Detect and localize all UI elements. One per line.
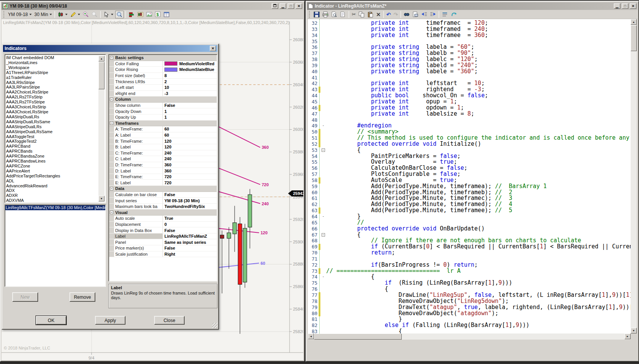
property-row[interactable]: − Show column False [109, 103, 217, 109]
property-value[interactable]: 2 [163, 79, 217, 84]
save-button[interactable] [313, 11, 320, 18]
fold-marker[interactable] [320, 195, 326, 201]
code-line[interactable]: 38 private string labelc = "120"; [308, 56, 631, 63]
scroll-up-button[interactable]: ▲ [98, 56, 105, 61]
uncomment-lines-button[interactable] [450, 11, 457, 18]
indicator-list-item[interactable]: AAPRCBandsaZone [6, 154, 99, 159]
fold-marker[interactable] [320, 75, 326, 81]
code-line[interactable]: 37 private string labelb = "90"; [308, 50, 631, 56]
fold-marker[interactable] [320, 159, 326, 165]
code-line[interactable]: 65 // [308, 220, 631, 226]
scroll-right-button[interactable]: ► [625, 333, 631, 339]
fold-marker[interactable] [320, 26, 326, 32]
fold-marker[interactable] [320, 44, 326, 50]
indicator-list-item[interactable]: _HorizontalLines [6, 60, 99, 65]
property-value[interactable]: True [163, 216, 217, 221]
property-value[interactable]: 60 [163, 127, 217, 131]
fold-marker[interactable]: − [320, 147, 326, 153]
property-value[interactable]: False [163, 228, 217, 233]
property-row[interactable]: − Price marker(s) False [109, 245, 217, 251]
fold-marker[interactable] [320, 322, 326, 329]
chart-style-button[interactable] [57, 11, 68, 18]
property-value[interactable]: 8 [163, 73, 217, 78]
zoom-out-button[interactable] [91, 11, 98, 18]
page-setup-button[interactable] [339, 11, 347, 18]
fold-marker[interactable]: - [320, 123, 326, 129]
minimize-button[interactable]: ▁ [614, 3, 620, 9]
fold-marker[interactable] [320, 81, 326, 87]
fold-marker[interactable] [320, 280, 326, 286]
code-line[interactable]: 67 − { [308, 232, 631, 238]
code-line[interactable]: 48 [308, 117, 631, 123]
fold-marker[interactable] [320, 135, 326, 141]
code-line[interactable]: 79 DrawText("atagup", true, labela, righ… [308, 304, 631, 311]
property-row[interactable]: − E: TimeFrame: 720 [109, 174, 217, 180]
configured-indicator-selected[interactable]: LinReg9AllcTFsManZ(YM 09-18 (30 Min),Col… [5, 205, 105, 210]
code-line[interactable]: 35 [308, 39, 631, 45]
fold-marker[interactable] [320, 311, 326, 317]
instrument-selector[interactable]: YM 09-18 [7, 11, 32, 18]
code-line[interactable]: 62 Add(PeriodType.Minute, timeframed); /… [308, 201, 631, 208]
property-row[interactable]: − Panel Same as input series [109, 239, 217, 245]
indicator-list-item[interactable]: AAPRCZone [6, 164, 99, 169]
property-row[interactable]: − Calculate on bar close False [109, 192, 217, 198]
editor-vertical-scrollbar[interactable]: ▲ ▼ [631, 19, 637, 333]
code-line[interactable]: 78 RemoveDrawObject("LinReg5down"); [308, 298, 631, 304]
property-row[interactable]: − D: TimeFrame: 360 [109, 162, 217, 168]
collapse-icon[interactable]: − [110, 121, 113, 125]
fold-marker[interactable] [320, 262, 326, 268]
indicator-list-item[interactable]: AAAToggleTest [6, 134, 99, 139]
fold-marker[interactable] [320, 298, 326, 304]
indicator-list-item[interactable]: AAA2ChoiceLRsStripe [6, 90, 99, 95]
indicator-list-item[interactable]: AdvancedRiskReward [6, 184, 99, 188]
fold-marker[interactable] [320, 171, 326, 177]
new-button[interactable]: New [12, 292, 38, 302]
scroll-left-button[interactable]: ◄ [308, 333, 314, 339]
code-line[interactable]: 82 else if (Falling (LinReg(BarsArray[1]… [308, 322, 631, 329]
code-line[interactable]: 46 private int opdown = 1; [308, 105, 631, 111]
code-line[interactable]: 56 CalculateOnBarClose = false; [308, 165, 631, 171]
property-value[interactable]: 120 [163, 145, 217, 149]
fold-marker[interactable] [320, 316, 326, 322]
code-line[interactable]: 42 private int leftstart = 10; [308, 81, 631, 87]
property-row[interactable]: − Opacity Up 1 [109, 114, 217, 121]
fold-marker[interactable] [320, 244, 326, 250]
code-line[interactable]: 63 Add(PeriodType.Minute, timeframee); /… [308, 208, 631, 214]
property-value[interactable]: 10 [163, 85, 217, 90]
code-line[interactable]: 40 private string labele = "360"; [308, 69, 631, 75]
code-line[interactable]: 60 Add(PeriodType.Minute, timeframeb); /… [308, 190, 631, 196]
collapse-icon[interactable]: − [110, 187, 113, 190]
property-value[interactable]: 720 [163, 174, 217, 179]
fold-marker[interactable] [320, 165, 326, 171]
find-next-button[interactable] [412, 11, 419, 18]
fold-marker[interactable] [320, 63, 326, 69]
property-row[interactable]: − Input series YM 09-18 (30 Min) [109, 198, 217, 204]
property-row[interactable]: − Color Rising MediumSlateBlue [109, 67, 217, 73]
editor-window-titlebar[interactable]: Indicator - LinReg9AllcTFsManZ* ▁ □ ✕ [307, 2, 637, 10]
cursor-tool-button[interactable] [103, 11, 114, 18]
scroll-thumb[interactable] [631, 25, 637, 51]
indicator-list-item[interactable]: AA3LR9sStripe [6, 80, 99, 85]
maximize-button[interactable]: □ [288, 3, 294, 9]
code-line[interactable]: 55 Overlay = true; [308, 159, 631, 165]
property-value[interactable]: Right [163, 252, 217, 256]
indent-decrease-button[interactable] [420, 11, 428, 18]
available-indicators-list[interactable]: IM Chart embedded DOM_HorizontalLines_Wo… [5, 54, 106, 203]
property-value[interactable]: Same as input series [163, 240, 217, 245]
scroll-down-button[interactable]: ▼ [631, 328, 637, 333]
fold-marker[interactable] [320, 201, 326, 208]
scroll-up-button[interactable]: ▲ [631, 19, 637, 25]
code-line[interactable]: 76 { [308, 286, 631, 292]
fold-marker[interactable] [320, 292, 326, 298]
fold-marker[interactable] [320, 250, 326, 256]
property-row[interactable]: − xRight end -3 [109, 91, 217, 97]
drawing-tools-button[interactable] [69, 11, 81, 18]
fold-marker[interactable] [320, 111, 326, 117]
fold-marker[interactable] [320, 39, 326, 45]
indicator-list-item[interactable]: a1TradeRuler [6, 75, 99, 80]
redo-button[interactable]: ↷ [393, 11, 399, 18]
print-preview-button[interactable] [330, 11, 338, 18]
indent-increase-button[interactable] [429, 11, 437, 18]
toolbar-grip[interactable] [3, 11, 5, 18]
indicator-list-item[interactable]: AAPRCBands [6, 149, 99, 154]
